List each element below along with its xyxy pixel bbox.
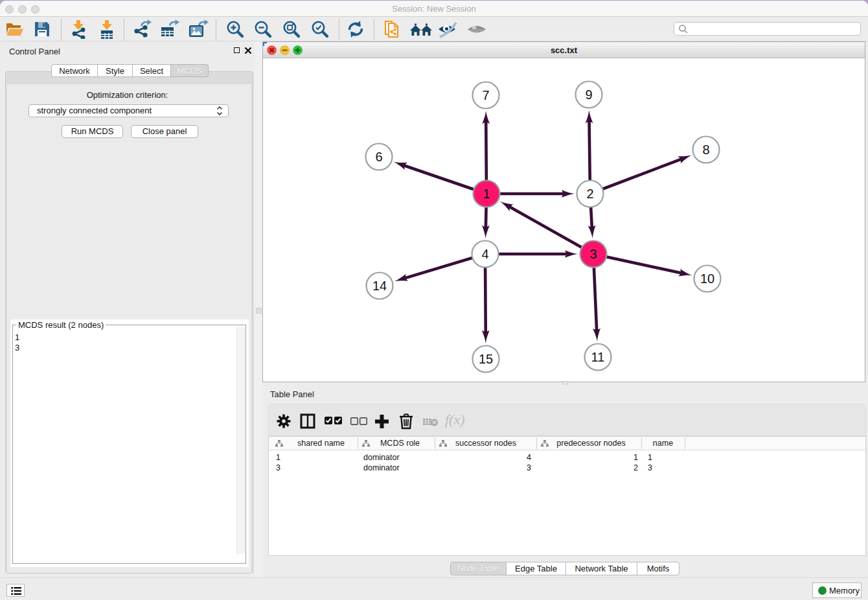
svg-text:10: 10	[700, 271, 714, 286]
svg-text:2: 2	[586, 187, 593, 201]
svg-text:6: 6	[375, 150, 382, 164]
svg-text:15: 15	[479, 352, 493, 366]
svg-text:1: 1	[483, 187, 490, 201]
svg-text:3: 3	[589, 247, 597, 261]
svg-text:9: 9	[585, 87, 592, 102]
svg-text:4: 4	[481, 247, 488, 261]
svg-text:7: 7	[482, 88, 489, 102]
svg-text:14: 14	[372, 279, 387, 293]
svg-text:8: 8	[702, 143, 709, 157]
svg-text:11: 11	[591, 350, 605, 364]
